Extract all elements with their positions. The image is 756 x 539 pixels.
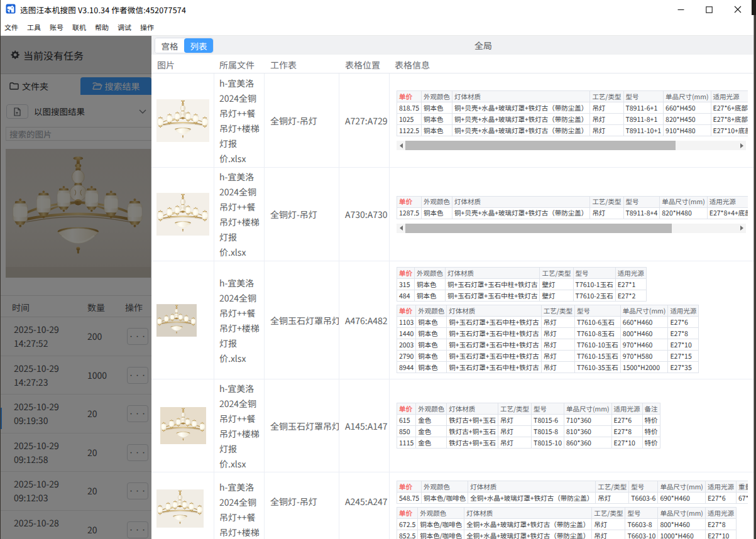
scroll-right-arrow[interactable] <box>737 224 746 233</box>
minimize-button[interactable] <box>667 0 695 19</box>
result-row[interactable]: h-宜美洛2024全铜吊灯++餐吊灯+楼梯灯报价.xlsx全铜玉石灯罩吊灯A47… <box>151 261 754 379</box>
result-file-cell: h-宜美洛2024全铜吊灯++餐吊灯+楼梯灯报价.xlsx <box>214 74 265 167</box>
price-table: 单价外观颜色灯体材质工艺/类型型号单品尺寸(mm)适用光源备注615金色铁灯古+… <box>397 403 660 449</box>
file-name: h-宜美洛2024全铜吊灯++餐吊灯+楼梯灯报价.xlsx <box>219 75 260 166</box>
price-table-cell: 吊灯 <box>590 125 623 136</box>
price-table-header: 单价 <box>397 305 416 317</box>
price-table-row: 615金色铁灯古+铜+玉石吊灯T8015-6710*360E27*6特价 <box>397 415 660 426</box>
result-info-cell: 单价外观颜色灯体材质工艺/类型型号单品尺寸(mm)适用光源重量548.75铜本色… <box>390 472 754 539</box>
scroll-right-arrow[interactable] <box>737 141 746 150</box>
price-table-row: 1103铜本色铜+玉石灯罩+玉石中柱+铁灯古吊灯T7610-6玉石660*H46… <box>397 317 699 328</box>
price-table-header: 适用光源 <box>615 268 646 279</box>
price-table-row: 548.75铜本色/咖啡色全铜+水晶+玻璃灯罩+铁灯古（带防尘盖）吊灯T6603… <box>397 493 748 504</box>
result-row[interactable]: h-宜美洛2024全铜吊灯++餐吊灯+楼梯灯报价.xlsx全铜玉石灯罩吊灯A14… <box>151 379 754 472</box>
hscrollbar-thumb[interactable] <box>405 224 672 233</box>
info-hscrollbar[interactable] <box>397 141 746 150</box>
price-table: 单价外观颜色灯体材质工艺/类型型号单品尺寸(mm)适用光源672.5铜本色/咖啡… <box>397 507 737 539</box>
info-hscrollbar[interactable] <box>397 224 746 233</box>
menu-item-0[interactable]: 文件 <box>0 20 23 35</box>
price-table-cell: 吊灯 <box>498 426 531 437</box>
results-table-body: h-宜美洛2024全铜吊灯++餐吊灯+楼梯灯报价.xlsx全铜灯-吊灯A727:… <box>151 74 754 539</box>
price-table-cell: 2790 <box>397 351 416 362</box>
price-table-cell: 1025 <box>397 114 422 125</box>
menu-item-5[interactable]: 调试 <box>113 20 136 35</box>
window-edge-right-cap <box>752 0 756 15</box>
menu-item-1[interactable]: 工具 <box>23 20 45 35</box>
menu-item-2[interactable]: 账号 <box>45 20 68 35</box>
price-table-cell: 特价 <box>642 437 660 449</box>
price-table-cell: 1000*H460 <box>658 530 706 539</box>
price-table-cell: 铜本色 <box>416 328 447 339</box>
price-table-cell: 壁灯 <box>540 279 573 290</box>
cell-range: A730:A730 <box>345 208 388 220</box>
file-name: h-宜美洛2024全铜吊灯++餐吊灯+楼梯灯报价.xlsx <box>219 479 260 539</box>
price-table-cell: 吊灯 <box>590 102 623 114</box>
price-table-cell: 金色 <box>416 437 447 449</box>
price-table-cell: 铜+贝壳+水晶+玻璃灯罩+铁灯古（带防尘盖） <box>452 102 590 114</box>
product-thumbnail[interactable] <box>156 99 209 142</box>
price-table-row: 852.5铜本色/咖啡色全铜+水晶+玻璃灯罩+铁灯古（带防尘盖）吊灯T6603-… <box>397 530 737 539</box>
menu-bar: 文件工具账号联机帮助调试操作 <box>0 19 756 36</box>
hscrollbar-thumb[interactable] <box>405 141 676 150</box>
menu-item-6[interactable]: 操作 <box>136 20 158 35</box>
result-image-cell <box>151 261 214 379</box>
result-file-cell: h-宜美洛2024全铜吊灯++餐吊灯+楼梯灯报价.xlsx <box>214 168 265 261</box>
price-table-header: 适用光源 <box>668 305 699 317</box>
close-button[interactable] <box>723 0 752 19</box>
price-table-cell: 1122.5 <box>397 125 422 136</box>
view-tab-list[interactable]: 列表 <box>184 38 213 53</box>
scroll-left-arrow[interactable] <box>397 141 405 150</box>
view-tab-grid[interactable]: 宫格 <box>155 38 184 53</box>
result-row[interactable]: h-宜美洛2024全铜吊灯++餐吊灯+楼梯灯报价.xlsx全铜灯-吊灯A730:… <box>151 168 754 261</box>
price-table-header: 灯体材质 <box>452 91 590 102</box>
scroll-left-arrow[interactable] <box>397 224 405 233</box>
price-table-cell: T7610-8玉石 <box>574 328 620 339</box>
result-range-cell: A145:A147 <box>339 379 390 472</box>
result-row[interactable]: h-宜美洛2024全铜吊灯++餐吊灯+楼梯灯报价.xlsx全铜灯-吊灯A727:… <box>151 74 754 168</box>
price-table-header: 灯体材质 <box>447 305 541 317</box>
result-image-cell <box>151 379 214 472</box>
product-thumbnail[interactable] <box>156 488 204 529</box>
price-table-cell: 吊灯 <box>541 339 574 351</box>
price-table-cell: 铁灯古+铜+玉石 <box>447 415 498 426</box>
maximize-button[interactable] <box>695 0 723 19</box>
result-sheet-cell: 全铜玉石灯罩吊灯 <box>265 261 339 379</box>
result-info-cell: 单价外观颜色灯体材质工艺/类型型号单品尺寸(mm)适用光源818.75铜本色铜+… <box>390 74 754 167</box>
price-table-header: 灯体材质 <box>452 196 590 207</box>
price-table-cell: 铜+贝壳+水晶+玻璃灯罩+铁灯古（带防尘盖） <box>452 114 590 125</box>
menu-item-3[interactable]: 联机 <box>68 20 90 35</box>
price-table-cell: 铜本色/咖啡色 <box>418 519 464 530</box>
price-table-cell: E27*8 <box>611 426 642 437</box>
col-range: 表格位置 <box>345 55 380 74</box>
price-table-cell: 铜+贝壳+水晶+玻璃灯罩+铁灯古（带防尘盖） <box>452 207 590 219</box>
price-table-cell: T8015-6 <box>532 415 564 426</box>
price-table-header: 重量 <box>736 481 748 493</box>
price-table-cell: 铜+玉石灯罩+玉石中柱+铁灯古 <box>446 279 540 290</box>
product-thumbnail[interactable] <box>156 407 210 444</box>
price-table-cell: 金色 <box>416 415 447 426</box>
result-file-cell: h-宜美洛2024全铜吊灯++餐吊灯+楼梯灯报价.xlsx <box>214 261 265 379</box>
price-table-cell: E27*8+4+底部LED <box>707 207 748 219</box>
main-panel: 宫格 列表 全局 图片 所属文件 工作表 表格位置 表格信息 h-宜美洛2024… <box>151 36 754 539</box>
price-table-cell: 铜+玉石灯罩+玉石中柱+铁灯古 <box>447 351 541 362</box>
price-table-cell: 全铜+水晶+玻璃灯罩+铁灯古（带防尘盖） <box>468 493 596 504</box>
cell-range: A727:A729 <box>345 114 388 127</box>
menu-item-4[interactable]: 帮助 <box>90 20 113 35</box>
window-title: 选图汪本机搜图 V3.10.34 作者微信:452077574 <box>20 0 186 19</box>
price-table-cell: 548.75 <box>397 493 422 504</box>
price-table-cell: 吊灯 <box>541 351 574 362</box>
price-table-cell: 8944 <box>397 362 416 373</box>
col-sheet: 工作表 <box>270 55 297 74</box>
price-table-cell: 970*H580 <box>620 351 668 362</box>
result-row[interactable]: h-宜美洛2024全铜吊灯++餐吊灯+楼梯灯报价.xlsx全铜灯-吊灯A245:… <box>151 472 754 539</box>
price-table-cell: 铜本色/咖啡色 <box>418 530 464 539</box>
price-table-cell: E27*10 <box>611 437 642 449</box>
price-table: 单价外观颜色灯体材质工艺/类型型号单品尺寸(mm)适用光源1287.5铜本色铜+… <box>397 196 748 219</box>
price-table-cell: 615 <box>397 415 416 426</box>
price-table-header: 灯体材质 <box>447 403 498 415</box>
price-table-header: 工艺/类型 <box>590 196 623 207</box>
price-table-cell: 850 <box>397 426 416 437</box>
product-thumbnail[interactable] <box>156 193 209 236</box>
product-thumbnail[interactable] <box>156 301 197 340</box>
price-table-header: 工艺/类型 <box>592 508 625 519</box>
